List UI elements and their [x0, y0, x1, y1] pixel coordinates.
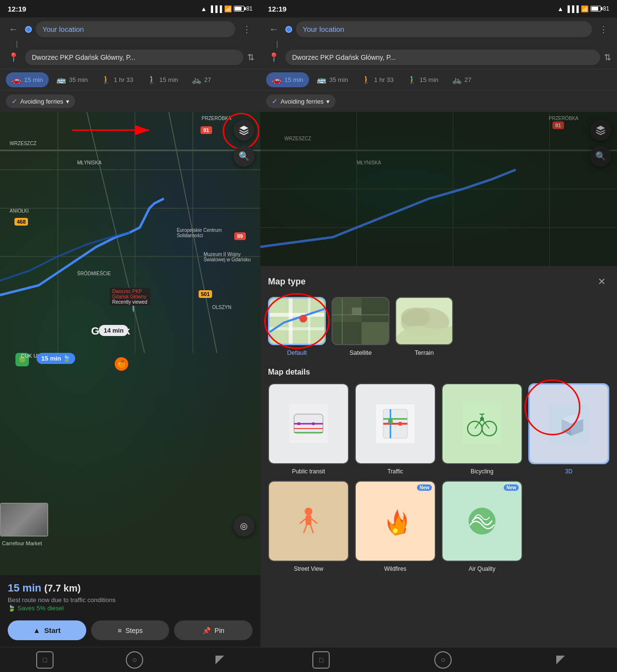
- left-nav-square-button[interactable]: □: [36, 651, 54, 669]
- left-nav-row-from: ← Your location ⋮: [6, 21, 255, 37]
- map-detail-transit[interactable]: Public transit: [268, 383, 349, 475]
- map-type-satellite[interactable]: Satellite: [332, 297, 389, 356]
- map-detail-bicycling[interactable]: Bicycling: [442, 383, 523, 475]
- right-map-area[interactable]: PRZERÓBKA WRZESZCZ MŁYNISKA 91 🔍: [260, 112, 617, 266]
- bicycling-label: Bicycling: [470, 468, 493, 475]
- right-nav-square-button[interactable]: □: [312, 651, 330, 669]
- left-map-search-button[interactable]: 🔍: [233, 146, 255, 167]
- left-pin-button[interactable]: 📌 Pin: [174, 620, 253, 640]
- right-nav-header: ← Your location ⋮ 📍 Dworzec PKP Gdańsk G…: [260, 17, 617, 69]
- road-badge-501: 501: [199, 290, 212, 298]
- bike-icon: 🚲: [192, 75, 201, 84]
- left-walk2-time: 15 min: [160, 76, 178, 83]
- left-tab-walk[interactable]: 🚶 1 hr 33: [95, 72, 139, 87]
- left-route-desc: Best route now due to traffic conditions: [8, 596, 253, 604]
- left-map-thumbnail: [0, 503, 48, 537]
- wildfires-label: Wildfires: [384, 565, 406, 572]
- left-map-background: PRZERÓBKA WRZESZCZ MŁYNISKA ANIOŁKI Euro…: [0, 112, 260, 575]
- panel-header: Map type ✕: [268, 274, 609, 289]
- left-start-button[interactable]: ▲ Start: [8, 620, 86, 640]
- left-from-input[interactable]: Your location: [36, 21, 235, 37]
- transit-thumb: [268, 383, 349, 464]
- traffic-visual: [356, 384, 435, 463]
- map-detail-3d[interactable]: 3D: [528, 383, 609, 475]
- left-transport-tabs: 🚗 15 min 🚌 35 min 🚶 1 hr 33 🚶‍♂️ 15 min …: [0, 69, 260, 90]
- left-tab-car[interactable]: 🚗 15 min: [6, 72, 49, 87]
- right-transport-tabs: 🚗 15 min 🚌 35 min 🚶 1 hr 33 🚶‍♂️ 15 min …: [260, 69, 617, 90]
- right-tab-transit[interactable]: 🚌 35 min: [311, 72, 354, 87]
- map-detail-streetview[interactable]: Street View: [268, 481, 349, 572]
- left-eco-text: Saves 5% diesel: [17, 605, 64, 612]
- left-avoid-ferries-chip[interactable]: ✓ Avoiding ferries ▾: [6, 94, 75, 108]
- left-filter-label: Avoiding ferries: [20, 98, 63, 105]
- svg-rect-20: [289, 298, 293, 345]
- right-filter-bar: ✓ Avoiding ferries ▾: [260, 90, 617, 112]
- map-details-grid: Public transit: [268, 383, 609, 572]
- airquality-visual: [443, 482, 522, 561]
- left-back-button[interactable]: ←: [6, 22, 21, 37]
- left-status-icons: ▲ ▐▐▐ 📶 81: [201, 5, 253, 13]
- traffic-thumb: [355, 383, 436, 464]
- left-bottom-nav: □ ○: [0, 647, 260, 672]
- map-type-default[interactable]: Default: [268, 297, 326, 356]
- left-pin-label: Pin: [215, 627, 224, 634]
- right-from-input[interactable]: Your location: [296, 21, 592, 37]
- road-badge-91: 91: [201, 126, 212, 134]
- map-detail-airquality[interactable]: New Air Quality: [442, 481, 523, 572]
- walk2-icon: 🚶‍♂️: [147, 75, 157, 84]
- 3d-thumb: [528, 383, 609, 464]
- map-details-title: Map details: [268, 368, 609, 376]
- right-tab-bike[interactable]: 🚲 27: [446, 72, 477, 87]
- left-swap-button[interactable]: ⇅: [247, 52, 255, 63]
- left-dest-input[interactable]: Dworzec PKP Gdańsk Główny, P...: [25, 50, 243, 65]
- right-tab-walk[interactable]: 🚶 1 hr 33: [356, 72, 399, 87]
- left-nav-back-button[interactable]: [215, 656, 224, 664]
- svg-point-45: [398, 422, 402, 426]
- steps-icon: ≡: [118, 627, 121, 634]
- right-tab-car[interactable]: 🚗 15 min: [266, 72, 309, 87]
- right-nav-row-from: ← Your location ⋮: [266, 21, 611, 37]
- battery-level: 81: [246, 5, 253, 12]
- right-dest-input[interactable]: Dworzec PKP Gdańsk Główny, P...: [285, 50, 600, 65]
- right-location-dot: [285, 26, 292, 33]
- right-avoid-ferries-chip[interactable]: ✓ Avoiding ferries ▾: [266, 94, 335, 108]
- right-nav-back-button[interactable]: [556, 656, 565, 664]
- left-more-button[interactable]: ⋮: [239, 22, 255, 37]
- satellite-map-visual: [333, 298, 389, 344]
- map-type-default-label: Default: [287, 349, 307, 356]
- panel-close-button[interactable]: ✕: [594, 274, 609, 289]
- left-steps-button[interactable]: ≡ Steps: [91, 620, 170, 640]
- map-detail-traffic[interactable]: Traffic: [355, 383, 436, 475]
- left-map-layers-button[interactable]: [233, 120, 255, 141]
- left-tab-walk2[interactable]: 🚶‍♂️ 15 min: [141, 72, 184, 87]
- map-label-muzeum: Muzeum II WojnyŚwiatowej w Gdańsku: [203, 252, 251, 262]
- left-filter-bar: ✓ Avoiding ferries ▾: [0, 90, 260, 112]
- layers-icon: [239, 125, 249, 135]
- right-swap-button[interactable]: ⇅: [604, 52, 611, 63]
- right-more-button[interactable]: ⋮: [596, 22, 611, 37]
- map-type-terrain-thumb: [395, 297, 453, 345]
- right-filter-label: Avoiding ferries: [281, 98, 323, 105]
- map-label-aniolki: ANIOŁKI: [10, 208, 28, 214]
- transit-label: Public transit: [292, 468, 325, 475]
- left-nav-home-button[interactable]: ○: [126, 651, 143, 669]
- map-type-satellite-thumb: [332, 297, 389, 345]
- right-map-overlay: [260, 112, 617, 266]
- right-back-button[interactable]: ←: [266, 22, 282, 37]
- left-tab-transit[interactable]: 🚌 35 min: [51, 72, 94, 87]
- map-detail-wildfires[interactable]: New Wildfires: [355, 481, 436, 572]
- map-label-wrzeszcz: WRZESZCZ: [10, 141, 37, 146]
- right-car-time: 15 min: [284, 76, 303, 83]
- right-tab-walk2[interactable]: 🚶‍♂️ 15 min: [402, 72, 444, 87]
- left-map-area[interactable]: PRZERÓBKA WRZESZCZ MŁYNISKA ANIOŁKI Euro…: [0, 112, 260, 575]
- biking-svg: [463, 404, 501, 443]
- map-type-options: Default Satell: [268, 297, 609, 356]
- right-dest-pin-icon: 📍: [266, 52, 282, 63]
- map-type-terrain[interactable]: Terrain: [395, 297, 453, 356]
- left-tab-bike[interactable]: 🚲 27: [186, 72, 217, 87]
- red-arrow-svg: [67, 116, 164, 145]
- battery-icon: [234, 6, 244, 12]
- left-map-location-button[interactable]: ◎: [233, 515, 255, 537]
- left-dworzec-label: Dworzec PKPGdańsk GłównyRecently viewed: [109, 288, 150, 306]
- right-nav-home-button[interactable]: ○: [434, 651, 452, 669]
